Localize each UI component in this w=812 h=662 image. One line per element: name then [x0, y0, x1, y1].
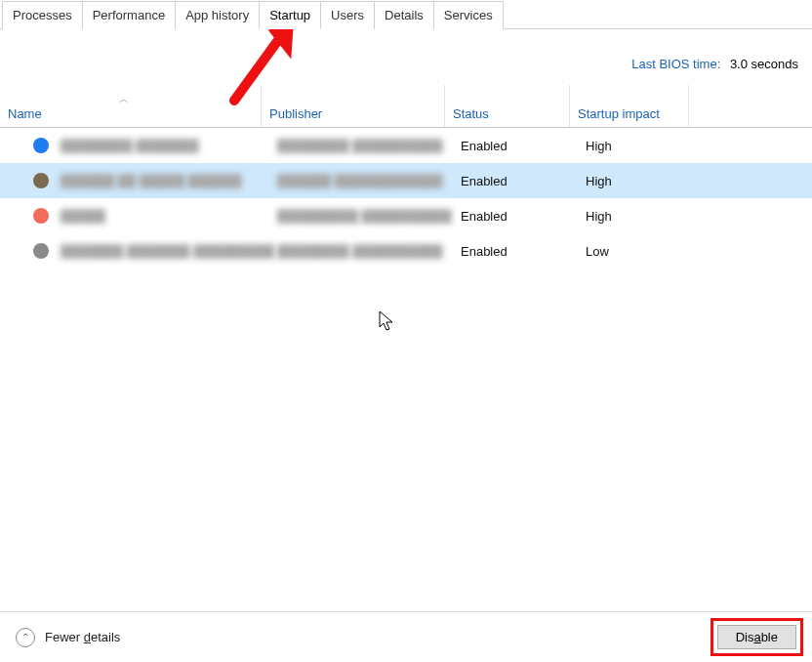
bios-time-line: Last BIOS time: 3.0 seconds	[0, 29, 812, 71]
column-header-name[interactable]: Name	[0, 85, 262, 127]
row-name: ████████ ███████	[61, 139, 277, 153]
startup-row[interactable]: ███████ ███████ █████████████████ ██████…	[0, 233, 812, 269]
row-publisher: ████████ ██████████	[277, 139, 461, 153]
row-impact: Low	[586, 244, 705, 259]
tab-strip: ProcessesPerformanceApp historyStartupUs…	[0, 0, 812, 29]
bios-time-value: 3.0 seconds	[730, 57, 798, 71]
footer-bar: ⌃ Fewer details Disable	[0, 611, 812, 662]
app-icon	[33, 208, 49, 224]
column-header-row: ︿ Name Publisher Status Startup impact	[0, 85, 812, 128]
tab-app-history[interactable]: App history	[175, 1, 260, 29]
startup-row[interactable]: ██████████████ ██████████EnabledHigh	[0, 198, 812, 233]
disable-button[interactable]: Disable	[717, 625, 796, 649]
row-name: ███████ ███████ █████████	[61, 244, 277, 259]
row-name: █████	[61, 209, 277, 224]
chevron-up-icon: ⌃	[16, 628, 35, 647]
app-icon	[33, 138, 49, 153]
row-impact: High	[586, 174, 705, 188]
row-publisher: ██████ ████████████	[277, 174, 461, 188]
tab-startup[interactable]: Startup	[259, 1, 321, 29]
tab-users[interactable]: Users	[320, 1, 375, 29]
bios-time-label: Last BIOS time:	[631, 57, 720, 71]
column-header-spacer	[689, 85, 812, 127]
startup-rows-container: ████████ ███████████████ ██████████Enabl…	[0, 128, 812, 269]
startup-row[interactable]: ████████ ███████████████ ██████████Enabl…	[0, 128, 812, 163]
row-publisher: █████████ ██████████	[277, 209, 461, 224]
mouse-cursor-icon	[379, 310, 396, 332]
column-header-impact[interactable]: Startup impact	[570, 85, 689, 127]
column-header-status[interactable]: Status	[445, 85, 570, 127]
tab-services[interactable]: Services	[433, 1, 504, 29]
fewer-details-toggle[interactable]: ⌃ Fewer details	[16, 628, 120, 647]
row-status: Enabled	[461, 209, 586, 224]
row-impact: High	[586, 139, 705, 153]
column-header-publisher[interactable]: Publisher	[262, 85, 445, 127]
row-publisher: ████████ ██████████	[277, 244, 461, 259]
fewer-details-label: Fewer details	[45, 630, 120, 644]
sort-indicator-icon: ︿	[119, 93, 129, 106]
tab-performance[interactable]: Performance	[82, 1, 176, 29]
startup-row[interactable]: ██████ ██ █████ ████████████ ███████████…	[0, 163, 812, 198]
row-name: ██████ ██ █████ ██████	[61, 174, 277, 188]
row-status: Enabled	[461, 244, 586, 259]
row-status: Enabled	[461, 139, 586, 153]
app-icon	[33, 173, 49, 188]
tab-details[interactable]: Details	[374, 1, 434, 29]
app-icon	[33, 243, 49, 259]
tab-processes[interactable]: Processes	[2, 1, 83, 29]
row-status: Enabled	[461, 174, 586, 188]
row-impact: High	[586, 209, 705, 224]
